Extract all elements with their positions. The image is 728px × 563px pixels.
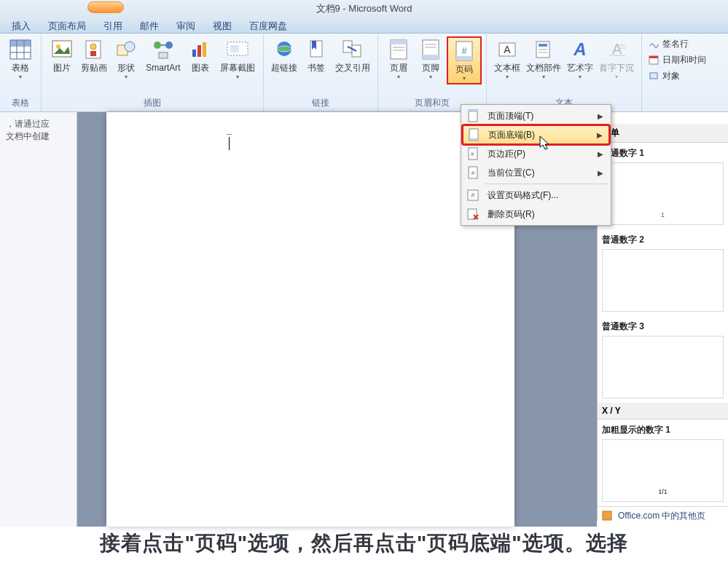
quickparts-button[interactable]: 文档部件 ▾: [523, 36, 564, 82]
current-position-icon: #: [466, 165, 480, 180]
svg-rect-36: [456, 56, 472, 60]
menu-page-margins[interactable]: # 页边距(P) ▶: [463, 144, 609, 163]
submenu-arrow-icon: ▶: [598, 112, 603, 120]
bookmark-button[interactable]: 书签: [300, 36, 332, 74]
textbox-button[interactable]: A 文本框 ▾: [491, 36, 523, 82]
table-icon: [9, 38, 32, 61]
bookmark-icon: [305, 38, 328, 61]
smartart-icon: [152, 38, 175, 61]
ribbon-tabstrip: 插入 页面布局 引用 邮件 审阅 视图 百度网盘: [0, 17, 728, 34]
signature-icon: [648, 38, 659, 50]
gallery-item-plain2[interactable]: [602, 249, 724, 312]
group-tables: 表格 ▾ 表格: [0, 34, 42, 111]
object-icon: [648, 70, 659, 82]
header-button[interactable]: 页眉 ▾: [383, 36, 415, 82]
menu-format-pagenumber[interactable]: # 设置页码格式(F)...: [463, 186, 609, 205]
menu-current-position-label: 当前位置(C): [488, 167, 598, 179]
gallery-header-simple: 简单: [598, 124, 728, 143]
hyperlink-label: 超链接: [271, 63, 297, 73]
menu-remove-pagenumber[interactable]: 删除页码(R): [463, 205, 609, 224]
bookmark-label: 书签: [308, 63, 325, 73]
group-header-footer: 页眉 ▾ 页脚 ▾ # 页码 ▾ 页眉和页: [378, 34, 487, 111]
svg-point-13: [154, 42, 161, 49]
menu-separator: [485, 184, 608, 184]
nav-text-line1: ，请通过应: [6, 118, 71, 130]
dropcap-icon: A: [605, 38, 628, 61]
pagenumber-gallery: 简单 普通数字 1 1 普通数字 2 普通数字 3 X / Y 加粗显示的数字 …: [597, 124, 728, 521]
object-button[interactable]: 对象: [645, 68, 709, 83]
tab-layout[interactable]: 页面布局: [39, 17, 95, 33]
chart-button[interactable]: 图表: [184, 36, 216, 74]
footer-button[interactable]: 页脚 ▾: [415, 36, 447, 82]
tables-button[interactable]: 表格 ▾: [4, 36, 36, 82]
dropdown-arrow-icon: ▾: [19, 74, 22, 80]
pagenumber-label: 页码: [455, 64, 473, 74]
pagenumber-button[interactable]: # 页码 ▾: [448, 38, 480, 83]
pagenumber-icon: #: [453, 39, 476, 63]
svg-text:#: #: [471, 192, 474, 199]
svg-rect-62: [603, 511, 611, 520]
picture-label: 图片: [53, 63, 71, 73]
screenshot-icon: [226, 38, 249, 61]
picture-icon: [50, 38, 74, 61]
group-illustrations-label: 插图: [46, 95, 259, 111]
svg-point-9: [90, 44, 96, 50]
navigation-pane: ，请通过应 文档中创建: [0, 112, 77, 527]
tab-review[interactable]: 审阅: [168, 17, 204, 33]
menu-page-top[interactable]: 页面顶端(T) ▶: [463, 106, 609, 125]
svg-rect-18: [203, 42, 206, 57]
svg-rect-50: [650, 73, 657, 79]
svg-text:#: #: [461, 45, 467, 56]
ribbon: 表格 ▾ 表格 图片 剪贴画 形状 ▾ SmartArt: [0, 34, 728, 112]
smartart-button[interactable]: SmartArt: [142, 36, 184, 74]
document-page[interactable]: [106, 112, 514, 527]
submenu-arrow-icon: ▶: [597, 131, 603, 139]
gallery-item-bold1[interactable]: 1/1: [602, 439, 724, 502]
signature-button[interactable]: 签名行: [645, 36, 709, 51]
svg-rect-16: [192, 50, 196, 57]
svg-rect-5: [10, 40, 31, 45]
datetime-button[interactable]: 日期和时间: [645, 52, 709, 67]
svg-rect-17: [197, 45, 201, 57]
pagenumber-highlight-box: # 页码 ▾: [447, 36, 482, 84]
dropdown-arrow-icon: ▾: [463, 75, 466, 82]
group-tables-label: 表格: [4, 95, 36, 111]
gallery-item-plain1[interactable]: 1: [602, 162, 724, 225]
menu-current-position[interactable]: # 当前位置(C) ▶: [463, 163, 609, 182]
crossref-button[interactable]: 交叉引用: [332, 36, 373, 74]
header-icon: [387, 38, 410, 61]
svg-rect-40: [539, 44, 547, 47]
tab-references[interactable]: 引用: [95, 17, 131, 33]
gallery-office-label: Office.com 中的其他页: [618, 510, 705, 521]
datetime-label: 日期和时间: [662, 54, 706, 66]
svg-text:A: A: [612, 41, 622, 57]
shapes-button[interactable]: 形状 ▾: [110, 36, 142, 82]
gallery-office-link[interactable]: Office.com 中的其他页: [598, 506, 728, 521]
gallery-item-plain3-title: 普通数字 3: [598, 316, 728, 334]
dropcap-button[interactable]: A 首字下沉 ▾: [596, 36, 637, 82]
menu-page-margins-label: 页边距(P): [488, 148, 598, 160]
svg-text:#: #: [471, 151, 474, 157]
dropdown-arrow-icon: ▾: [542, 74, 545, 80]
screenshot-label: 屏幕截图: [220, 63, 255, 73]
window-title: 文档9 - Microsoft Word: [316, 3, 412, 14]
wordart-button[interactable]: A 艺术字 ▾: [564, 36, 596, 82]
tab-mailings[interactable]: 邮件: [131, 17, 168, 33]
picture-button[interactable]: 图片: [46, 36, 78, 74]
screenshot-button[interactable]: 屏幕截图 ▾: [216, 36, 259, 82]
tab-baidu[interactable]: 百度网盘: [240, 17, 296, 33]
svg-text:#: #: [471, 170, 475, 176]
tab-view[interactable]: 视图: [204, 17, 240, 33]
wordart-label: 艺术字: [567, 63, 593, 73]
svg-rect-52: [469, 110, 477, 112]
hyperlink-button[interactable]: 超链接: [268, 36, 300, 74]
tab-insert[interactable]: 插入: [3, 17, 39, 33]
dropdown-arrow-icon: ▾: [397, 74, 400, 80]
header-label: 页眉: [390, 63, 407, 73]
gallery-item-plain3[interactable]: [602, 336, 724, 398]
menu-page-bottom[interactable]: 页面底端(B) ▶: [463, 125, 609, 144]
textbox-icon: A: [496, 38, 519, 61]
clipart-button[interactable]: 剪贴画: [78, 36, 110, 74]
dropdown-arrow-icon: ▾: [125, 74, 128, 80]
nav-text-line2: 文档中创建: [6, 130, 71, 143]
